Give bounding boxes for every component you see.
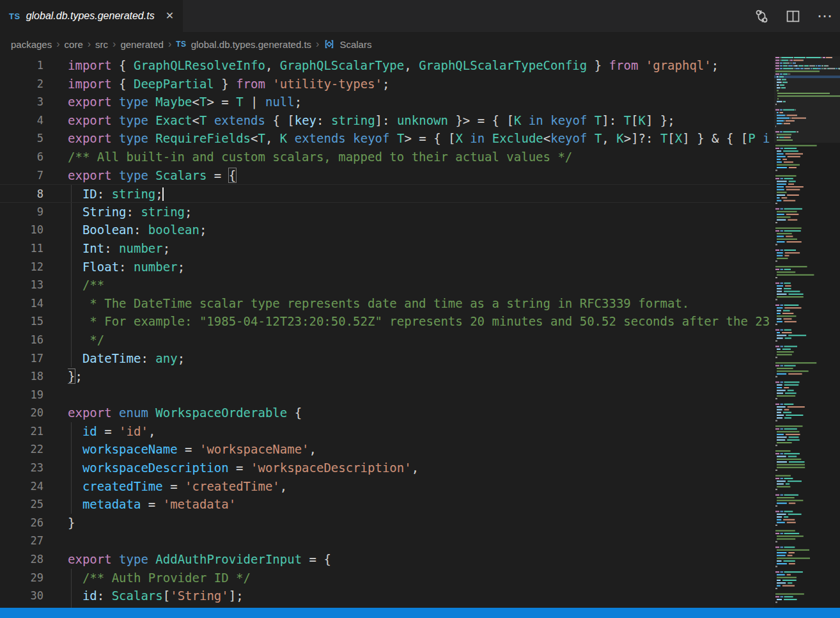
editor-actions: ⋯: [754, 0, 832, 32]
code-line[interactable]: 25 metadata = 'metadata': [0, 495, 770, 514]
line-number: 15: [0, 312, 43, 331]
code-line[interactable]: 21 id = 'id',: [0, 422, 770, 441]
code-text: ID: string;: [68, 185, 770, 202]
line-number: 8: [0, 185, 43, 202]
code-line[interactable]: 22 workspaceName = 'workspaceName',: [0, 440, 770, 459]
code-text: export type AddAuthProviderInput = {: [68, 550, 770, 569]
line-number: 12: [0, 258, 43, 276]
code-text: export type Exact<T extends { [key: stri…: [68, 111, 770, 130]
code-line[interactable]: 19: [0, 386, 770, 404]
code-text: Int: number;: [68, 239, 770, 258]
code-line[interactable]: 16 */: [0, 331, 770, 349]
indent-guide: [71, 459, 72, 477]
code-line[interactable]: 9 String: string;: [0, 203, 770, 221]
code-line[interactable]: 31 /** Auth Provider Name */: [0, 605, 770, 608]
code-line[interactable]: 5export type RequireFields<T, K extends …: [0, 129, 770, 148]
close-tab-icon[interactable]: ✕: [166, 11, 174, 21]
more-actions-icon[interactable]: ⋯: [817, 8, 832, 24]
code-line[interactable]: 4export type Exact<T extends { [key: str…: [0, 111, 770, 130]
code-area[interactable]: 1import { GraphQLResolveInfo, GraphQLSca…: [0, 56, 770, 608]
code-line[interactable]: 18};: [0, 367, 770, 386]
indent-guide: [71, 185, 72, 202]
code-text: /**: [68, 276, 770, 294]
code-text: Boolean: boolean;: [68, 221, 770, 239]
line-number: 23: [0, 459, 43, 477]
indent-guide: [71, 221, 72, 239]
line-number: 1: [0, 56, 43, 75]
code-text: export enum WorkspaceOrderable {: [68, 404, 770, 422]
code-line[interactable]: 15 * For example: "1985-04-12T23:20:50.5…: [0, 312, 770, 331]
indent-guide: [71, 495, 72, 514]
code-line[interactable]: 10 Boolean: boolean;: [0, 221, 770, 239]
indent-guide: [71, 440, 72, 459]
breadcrumb-item-symbol[interactable]: Scalars: [339, 39, 371, 50]
indent-guide: [71, 331, 72, 349]
indent-guide: [71, 312, 72, 331]
code-line[interactable]: 12 Float: number;: [0, 258, 770, 276]
line-number: 22: [0, 440, 43, 459]
code-text: import { DeepPartial } from 'utility-typ…: [68, 75, 770, 93]
line-number: 26: [0, 514, 43, 532]
code-line[interactable]: 20export enum WorkspaceOrderable {: [0, 404, 770, 422]
line-number: 19: [0, 386, 43, 404]
code-line[interactable]: 7export type Scalars = {: [0, 166, 770, 185]
code-text: };: [68, 367, 770, 386]
code-text: String: string;: [68, 203, 770, 221]
open-changes-icon[interactable]: [754, 9, 769, 24]
line-number: 10: [0, 221, 43, 239]
code-text: metadata = 'metadata': [68, 495, 770, 514]
indent-guide: [71, 422, 72, 441]
indent-guide: [71, 349, 72, 368]
code-line[interactable]: 3export type Maybe<T> = T | null;: [0, 93, 770, 111]
code-line[interactable]: 30 id: Scalars['String'];: [0, 587, 770, 605]
code-line[interactable]: 29 /** Auth Provider ID */: [0, 569, 770, 587]
symbol-type-icon: [323, 38, 335, 50]
breadcrumb-item-core[interactable]: core: [65, 39, 83, 50]
line-number: 29: [0, 569, 43, 587]
code-line[interactable]: 13 /**: [0, 276, 770, 294]
split-editor-icon[interactable]: [786, 9, 800, 24]
code-line[interactable]: 27: [0, 532, 770, 550]
code-text: Float: number;: [68, 258, 770, 276]
code-line[interactable]: 2import { DeepPartial } from 'utility-ty…: [0, 75, 770, 93]
line-number: 24: [0, 477, 43, 496]
code-text: * For example: "1985-04-12T23:20:50.52Z"…: [68, 312, 770, 331]
indent-guide: [71, 203, 72, 221]
line-number: 13: [0, 276, 43, 294]
code-line[interactable]: 24 createdTime = 'createdTime',: [0, 477, 770, 496]
breadcrumb-item-generated[interactable]: generated: [120, 39, 164, 50]
minimap[interactable]: [774, 56, 840, 608]
code-line[interactable]: 14 * The DateTime scalar type represents…: [0, 294, 770, 313]
line-number: 7: [0, 166, 43, 185]
code-text: }: [68, 514, 770, 532]
tab-global-db-types-generated[interactable]: TS global.db.types.generated.ts ✕: [0, 0, 183, 32]
code-line[interactable]: 26}: [0, 514, 770, 532]
line-number: 6: [0, 148, 43, 166]
code-text: createdTime = 'createdTime',: [68, 477, 770, 496]
code-line[interactable]: 28export type AddAuthProviderInput = {: [0, 550, 770, 569]
code-text: DateTime: any;: [68, 349, 770, 368]
code-line[interactable]: 1import { GraphQLResolveInfo, GraphQLSca…: [0, 56, 770, 75]
indent-guide: [71, 587, 72, 605]
code-line[interactable]: 6/** All built-in and custom scalars, ma…: [0, 148, 770, 166]
line-number: 28: [0, 550, 43, 569]
breadcrumb-separator-icon: ›: [316, 38, 319, 50]
breadcrumb-item-src[interactable]: src: [95, 39, 108, 50]
code-text: [68, 386, 770, 404]
vscode-window: TS global.db.types.generated.ts ✕: [0, 0, 840, 618]
line-number: 4: [0, 111, 43, 130]
code-text: * The DateTime scalar type represents da…: [68, 294, 770, 313]
code-line[interactable]: 11 Int: number;: [0, 239, 770, 258]
line-number: 16: [0, 331, 43, 349]
indent-guide: [71, 605, 72, 608]
line-number: 9: [0, 203, 43, 221]
code-text: import { GraphQLResolveInfo, GraphQLScal…: [68, 56, 770, 75]
editor[interactable]: 1import { GraphQLResolveInfo, GraphQLSca…: [0, 56, 840, 608]
code-line[interactable]: 23 workspaceDescription = 'workspaceDesc…: [0, 459, 770, 477]
breadcrumb-separator-icon: ›: [88, 38, 91, 50]
code-line[interactable]: 8 ID: string;: [0, 184, 770, 203]
status-bar[interactable]: [0, 608, 840, 618]
code-line[interactable]: 17 DateTime: any;: [0, 349, 770, 368]
breadcrumb-item-packages[interactable]: packages: [11, 39, 52, 50]
breadcrumb-item-file[interactable]: global.db.types.generated.ts: [191, 39, 311, 50]
